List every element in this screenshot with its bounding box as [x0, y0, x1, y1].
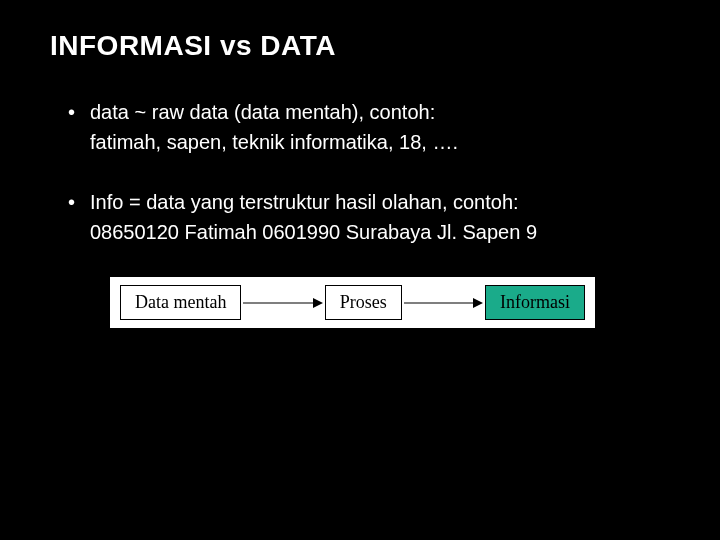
bullet-text: Info = data yang terstruktur hasil olaha… [90, 187, 670, 217]
diagram-box-raw-data: Data mentah [120, 285, 241, 320]
slide-title: INFORMASI vs DATA [50, 30, 670, 62]
arrow-icon [243, 302, 322, 304]
bullet-item-info: Info = data yang terstruktur hasil olaha… [90, 187, 670, 247]
bullet-text: 08650120 Fatimah 0601990 Surabaya Jl. Sa… [90, 217, 670, 247]
diagram-box-information: Informasi [485, 285, 585, 320]
bullet-text: fatimah, sapen, teknik informatika, 18, … [90, 127, 670, 157]
slide: INFORMASI vs DATA data ~ raw data (data … [0, 0, 720, 358]
bullet-text: data ~ raw data (data mentah), contoh: [90, 97, 670, 127]
flow-diagram: Data mentah Proses Informasi [110, 277, 595, 328]
diagram-box-process: Proses [325, 285, 402, 320]
bullet-item-data: data ~ raw data (data mentah), contoh: f… [90, 97, 670, 157]
arrow-icon [404, 302, 483, 304]
bullet-list: data ~ raw data (data mentah), contoh: f… [50, 97, 670, 247]
